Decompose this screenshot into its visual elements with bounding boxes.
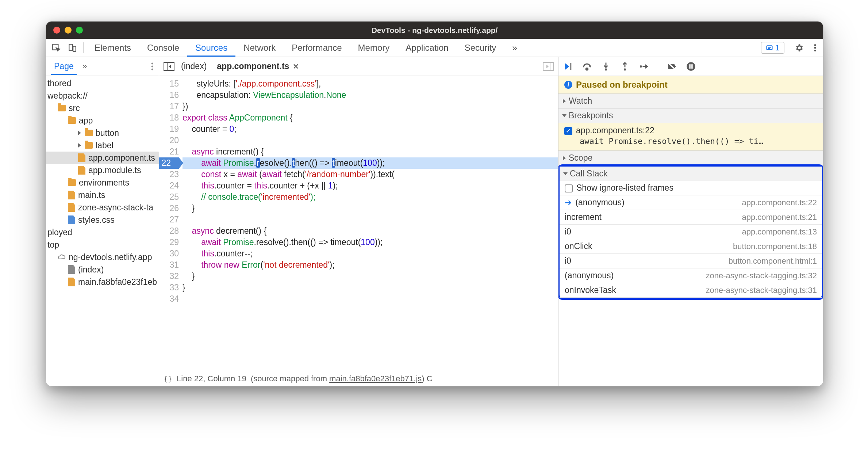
step-icon[interactable] (639, 61, 649, 72)
svg-rect-20 (689, 64, 691, 69)
page-tab[interactable]: Page (51, 58, 77, 75)
tab-performance[interactable]: Performance (284, 39, 350, 57)
stack-frame[interactable]: incrementapp.component.ts:21 (560, 210, 822, 225)
tab-application[interactable]: Application (397, 39, 456, 57)
settings-icon[interactable] (791, 39, 807, 57)
pause-exceptions-icon[interactable] (686, 61, 696, 72)
svg-point-9 (151, 68, 153, 70)
stack-frame[interactable]: onClickbutton.component.ts:18 (560, 239, 822, 254)
show-ignored-toggle[interactable]: Show ignore-listed frames (560, 181, 822, 195)
close-window-icon[interactable] (53, 27, 60, 34)
titlebar: DevTools - ng-devtools.netlify.app/ (46, 22, 823, 39)
source-status-bar: {} Line 22, Column 19 (source mapped fro… (159, 371, 558, 386)
svg-point-19 (687, 62, 695, 70)
svg-point-16 (605, 68, 607, 70)
svg-point-6 (814, 50, 816, 51)
breakpoint-item[interactable]: ✓app.component.ts:22 await Promise.resol… (558, 123, 823, 150)
tree-item[interactable]: (index) (46, 263, 159, 276)
source-tabs: (index)app.component.ts✕ (159, 57, 558, 76)
navigator-tabs: Page » (46, 57, 159, 76)
svg-rect-1 (69, 44, 73, 50)
navigator-overflow[interactable]: » (82, 61, 87, 71)
navigator-more-icon[interactable] (151, 62, 154, 71)
tree-item[interactable]: top (46, 238, 159, 251)
file-tree[interactable]: thoredwebpack://srcappbuttonlabelapp.com… (46, 76, 159, 386)
show-debugger-icon[interactable] (543, 62, 554, 71)
tree-item[interactable]: app.module.ts (46, 164, 159, 176)
svg-point-4 (814, 44, 816, 46)
window-title: DevTools - ng-devtools.netlify.app/ (372, 26, 498, 35)
deactivate-breakpoints-icon[interactable] (667, 61, 677, 72)
tabs-overflow[interactable]: » (504, 39, 525, 57)
tree-item[interactable]: button (46, 127, 159, 139)
tree-item[interactable]: src (46, 102, 159, 114)
svg-rect-2 (73, 46, 76, 51)
svg-point-18 (640, 65, 642, 68)
debugger-toolbar (558, 57, 823, 76)
tree-item[interactable]: webpack:// (46, 89, 159, 102)
breakpoint-checkbox[interactable]: ✓ (564, 127, 572, 135)
devtools-window: DevTools - ng-devtools.netlify.app/ Elem… (46, 21, 823, 386)
svg-rect-14 (570, 63, 572, 70)
panel-tabbar: ElementsConsoleSourcesNetworkPerformance… (46, 39, 823, 57)
tree-item[interactable]: environments (46, 176, 159, 189)
tree-item[interactable]: main.ts (46, 189, 159, 201)
cursor-position: Line 22, Column 19 (177, 374, 246, 383)
paused-banner: i Paused on breakpoint (558, 76, 823, 94)
tab-memory[interactable]: Memory (350, 39, 398, 57)
inspect-element-icon[interactable] (48, 39, 64, 57)
step-out-icon[interactable] (620, 61, 630, 72)
svg-point-15 (586, 68, 588, 70)
show-ignored-checkbox[interactable] (565, 184, 573, 192)
tree-item[interactable]: main.fa8bfa0e23f1eb (46, 276, 159, 288)
tab-security[interactable]: Security (457, 39, 504, 57)
watch-section[interactable]: Watch (558, 94, 823, 108)
messages-badge[interactable]: 1 (761, 42, 784, 54)
minimize-window-icon[interactable] (65, 27, 72, 34)
code-editor[interactable]: 1516171819202122232425262728293031323334… (159, 76, 558, 371)
scope-section[interactable]: Scope (558, 151, 823, 165)
stack-frame[interactable]: ➔ (anonymous)app.component.ts:22 (560, 195, 822, 210)
tree-item[interactable]: app (46, 114, 159, 127)
source-map-link[interactable]: main.fa8bfa0e23f1eb71.js (329, 374, 422, 383)
svg-rect-21 (691, 64, 693, 69)
tree-item[interactable]: ployed (46, 226, 159, 238)
step-into-icon[interactable] (601, 61, 611, 72)
stack-frame[interactable]: (anonymous)zone-async-stack-tagging.ts:3… (560, 268, 822, 283)
breakpoints-section[interactable]: Breakpoints ✓app.component.ts:22 await P… (558, 108, 823, 151)
tree-item[interactable]: thored (46, 77, 159, 89)
zoom-window-icon[interactable] (76, 27, 83, 34)
tree-item[interactable]: ng-devtools.netlify.app (46, 251, 159, 263)
more-icon[interactable] (807, 39, 823, 57)
tab-elements[interactable]: Elements (87, 39, 139, 57)
file-tab[interactable]: (index) (181, 61, 207, 71)
stack-frame[interactable]: onInvokeTaskzone-async-stack-tagging.ts:… (560, 283, 822, 298)
file-tab[interactable]: app.component.ts✕ (217, 61, 299, 71)
show-navigator-icon[interactable] (164, 62, 174, 71)
call-stack-section: Call Stack Show ignore-listed frames ➔ (… (558, 164, 823, 300)
device-toolbar-icon[interactable] (64, 39, 80, 57)
resume-icon[interactable] (563, 61, 573, 72)
svg-point-8 (151, 65, 153, 67)
tab-sources[interactable]: Sources (187, 39, 235, 57)
info-icon: i (564, 81, 572, 89)
svg-point-17 (624, 68, 626, 70)
tab-network[interactable]: Network (235, 39, 284, 57)
close-tab-icon[interactable]: ✕ (293, 62, 299, 71)
tree-item[interactable]: label (46, 139, 159, 152)
debugger-pane: i Paused on breakpoint Watch Breakpoints… (558, 57, 823, 386)
tree-item[interactable]: app.component.ts (46, 152, 159, 164)
step-over-icon[interactable] (582, 61, 592, 72)
source-pane: (index)app.component.ts✕ 151617181920212… (159, 57, 558, 386)
navigator-pane: Page » thoredwebpack://srcappbuttonlabel… (46, 57, 159, 386)
tree-item[interactable]: styles.css (46, 214, 159, 226)
svg-point-5 (814, 47, 816, 49)
tree-item[interactable]: zone-async-stack-ta (46, 201, 159, 214)
stack-frame[interactable]: i0button.component.html:1 (560, 254, 822, 268)
svg-point-7 (151, 62, 153, 64)
window-controls (53, 27, 83, 34)
separator (83, 42, 84, 53)
svg-rect-3 (767, 46, 772, 50)
tab-console[interactable]: Console (139, 39, 187, 57)
stack-frame[interactable]: i0app.component.ts:13 (560, 225, 822, 239)
